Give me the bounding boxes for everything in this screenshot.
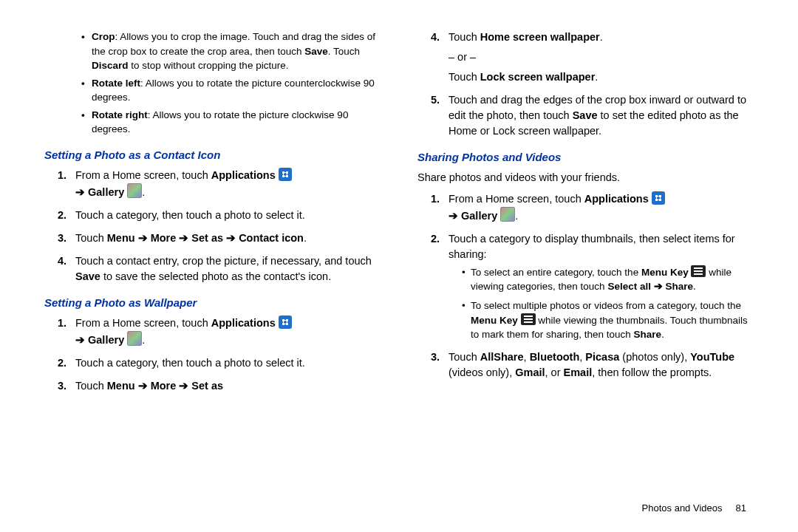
step-1: 1. From a Home screen, touch Application…: [417, 191, 754, 224]
step-1: 1. From a Home screen, touch Application…: [44, 316, 381, 348]
step-5: 5. Touch and drag the edges of the crop …: [417, 92, 754, 139]
page-footer: Photos and Videos 81: [642, 502, 746, 516]
step-2: 2. Touch a category, then touch a photo …: [44, 208, 381, 223]
left-column: Crop: Allows you to crop the image. Touc…: [44, 30, 381, 517]
footer-page-number: 81: [736, 502, 746, 514]
menu-key-icon: [691, 265, 706, 277]
menu-key-icon: [521, 313, 536, 325]
bullet-rotate-left: Rotate left: Allows you to rotate the pi…: [81, 76, 381, 105]
step-1: 1. From a Home screen, touch Application…: [44, 168, 381, 200]
bullet-rotate-right: Rotate right: Allows you to rotate the p…: [81, 108, 381, 137]
step-4: 4. Touch a contact entry, crop the pictu…: [44, 253, 381, 284]
step-4: 4. Touch Home screen wallpaper. – or – T…: [417, 30, 754, 85]
sub-select-all: To select an entire category, touch the …: [462, 265, 754, 294]
steps-sharing: 1. From a Home screen, touch Application…: [417, 191, 754, 381]
sharing-sub-bullets: To select an entire category, touch the …: [449, 265, 754, 342]
or-divider: – or –: [449, 50, 754, 65]
step-3: 3. Touch Menu ➔ More ➔ Set as ➔ Contact …: [44, 231, 381, 246]
applications-icon: [279, 316, 292, 329]
bullet-crop: Crop: Allows you to crop the image. Touc…: [81, 30, 381, 73]
footer-section: Photos and Videos: [642, 502, 723, 514]
sub-select-multiple: To select multiple photos or videos from…: [462, 299, 754, 342]
applications-icon: [652, 191, 665, 205]
heading-contact-icon: Setting a Photo as a Contact Icon: [44, 147, 381, 163]
step-2: 2. Touch a category, then touch a photo …: [44, 355, 381, 371]
steps-wallpaper: 1. From a Home screen, touch Application…: [44, 316, 381, 394]
right-column: 4. Touch Home screen wallpaper. – or – T…: [417, 30, 754, 517]
applications-icon: [279, 168, 292, 181]
steps-wallpaper-cont: 4. Touch Home screen wallpaper. – or – T…: [417, 30, 754, 139]
sharing-intro: Share photos and videos with your friend…: [417, 170, 754, 185]
gallery-icon: [127, 331, 142, 346]
step-2: 2. Touch a category to display thumbnail…: [417, 231, 754, 342]
step-3: 3. Touch Menu ➔ More ➔ Set as: [44, 378, 381, 394]
step-3: 3. Touch AllShare, Bluetooth, Picasa (ph…: [417, 349, 754, 381]
edit-options-list: Crop: Allows you to crop the image. Touc…: [44, 30, 381, 137]
gallery-icon: [500, 207, 515, 222]
heading-wallpaper: Setting a Photo as Wallpaper: [44, 295, 381, 311]
gallery-icon: [127, 183, 142, 198]
steps-contact-icon: 1. From a Home screen, touch Application…: [44, 168, 381, 284]
heading-sharing: Sharing Photos and Videos: [417, 149, 754, 166]
